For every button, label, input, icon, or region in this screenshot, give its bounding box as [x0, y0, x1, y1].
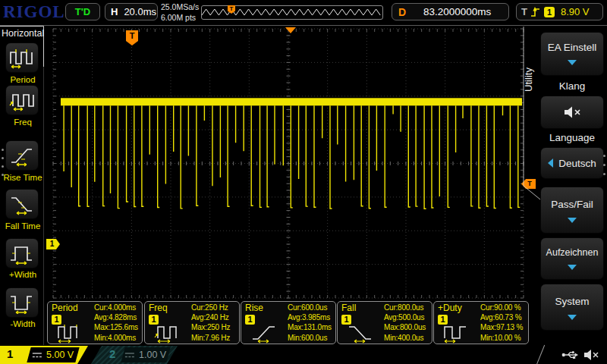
left-menu-title: Horizontal	[2, 28, 44, 39]
horizontal-label: H	[111, 6, 118, 17]
menu-item-rise-time[interactable]	[5, 140, 39, 171]
trigger-status-text: T'D	[75, 6, 90, 17]
menu-item-minus-width-label: -Width	[0, 319, 46, 328]
plus-width-icon	[8, 242, 36, 265]
menu-item-plus-width-label: +Width	[0, 270, 46, 279]
right-menu-scroll-dot	[603, 155, 605, 157]
stat-cur: 800.0us	[398, 303, 423, 312]
minus-width-icon	[8, 291, 36, 314]
horizontal-center-marker	[285, 27, 296, 33]
graticule-grid	[53, 29, 524, 298]
klang-label: Klang	[540, 80, 604, 92]
stat-min: 4.000ms	[108, 334, 136, 342]
measurement-panel-fall: Fall 1 Cur:800.0us Avg:500.0us Max:800.0…	[337, 301, 432, 344]
menu-item-minus-width[interactable]	[5, 287, 39, 318]
menu-item-ea-einstell[interactable]: EA Einstell	[540, 32, 604, 76]
measurement-name: Period	[52, 303, 78, 313]
measurement-name: +Duty	[438, 303, 462, 313]
acquisition-info: 25.0MSa/s 6.00M pts	[161, 2, 199, 23]
waveform-preview-bar[interactable]: T	[201, 5, 383, 20]
measurement-stats: Cur:90.00 % Avg:60.73 % Max:97.13 % Min:…	[480, 303, 523, 343]
menu-item-plus-width[interactable]	[5, 238, 39, 268]
rising-edge-icon	[530, 5, 540, 18]
sample-rate: 25.0MSa/s	[161, 2, 199, 12]
stat-cur: 600.0us	[301, 303, 327, 312]
trigger-box[interactable]: T 1 8.90 V	[516, 3, 603, 20]
delay-value: 83.2000000ms	[423, 6, 491, 17]
stat-min: 600.0us	[301, 334, 327, 342]
stat-cur: 90.00 %	[494, 303, 521, 312]
rise-time-icon	[8, 144, 36, 167]
menu-item-pass-fail[interactable]: Pass/Fail	[540, 187, 604, 234]
menu-item-language[interactable]: Deutsch	[540, 147, 604, 179]
trigger-status-badge: T'D	[65, 3, 100, 20]
stat-avg: 60.73 %	[495, 313, 521, 322]
menu-item-rise-time-label: Rise Time	[0, 173, 46, 182]
measurement-stats: Cur:4.000ms Avg:4.828ms Max:125.6ms Min:…	[94, 303, 138, 343]
delay-box[interactable]: D 83.2000000ms	[392, 3, 509, 20]
left-menu-scroll-dot	[2, 174, 4, 176]
chevron-left-icon	[548, 158, 553, 168]
menu-item-freq[interactable]	[5, 85, 39, 115]
stat-cur: 4.000ms	[108, 303, 136, 312]
stat-max: 800.0us	[400, 323, 426, 331]
stat-min: 10.00 %	[494, 334, 521, 342]
measurement-panel-plus-duty: +Duty 1 Cur:90.00 % Avg:60.73 % Max:97.1…	[433, 301, 529, 344]
ea-einstell-label: EA Einstell	[541, 42, 603, 53]
measurement-panel-rise: Rise 1 Cur:600.0us Avg:3.985ms Max:131.0…	[241, 301, 336, 344]
channel-status-bar: 1 5.00 V 2 1.00 V	[0, 346, 607, 364]
stat-avg: 240 Hz	[206, 313, 229, 322]
measurement-name: Freq	[149, 303, 168, 313]
graticule-and-waveform	[47, 25, 530, 301]
plus-duty-icon	[442, 322, 476, 344]
right-menu-scroll-dot	[603, 164, 605, 166]
left-menu-scroll-dot	[2, 165, 4, 168]
usb-icon	[561, 350, 580, 360]
speaker-muted-icon	[562, 105, 582, 120]
dc-coupling-icon	[32, 352, 42, 359]
aufzeichnen-label: Aufzeichnen	[541, 247, 603, 258]
measurement-stats: Cur:250 Hz Avg:240 Hz Max:250 Hz Min:7.9…	[191, 303, 230, 343]
menu-item-fall-time[interactable]	[5, 189, 39, 219]
menu-item-period-label: Period	[0, 75, 46, 84]
stat-max: 97.13 %	[496, 323, 523, 331]
right-menu-scroll-dot	[603, 173, 605, 175]
menu-item-klang[interactable]	[540, 96, 604, 129]
period-icon	[55, 322, 90, 344]
measurement-stats: Cur:600.0us Avg:3.985ms Max:131.0ms Min:…	[288, 303, 332, 343]
horizontal-timebase-box[interactable]: H 20.0ms	[105, 3, 158, 20]
stat-cur: 250 Hz	[205, 303, 228, 312]
chevron-down-icon	[568, 218, 577, 223]
rise-time-icon	[249, 322, 284, 344]
measurement-panel-freq: Freq 1 Cur:250 Hz Avg:240 Hz Max:250 Hz …	[144, 301, 240, 344]
freq-icon	[8, 89, 36, 111]
measurement-name: Rise	[245, 303, 263, 313]
channel1-scale: 5.00 V	[46, 350, 74, 360]
stat-avg: 500.0us	[398, 313, 424, 322]
channel1-waveform	[61, 98, 522, 209]
utility-tab-label: Utility	[523, 46, 535, 114]
left-menu-scroll-dot	[2, 149, 4, 151]
menu-item-system[interactable]: System	[540, 284, 604, 331]
delay-label: D	[398, 6, 406, 18]
period-icon	[8, 46, 36, 69]
menu-item-period[interactable]	[5, 42, 39, 73]
menu-item-aufzeichnen[interactable]: Aufzeichnen	[540, 237, 604, 280]
dc-coupling-icon	[124, 352, 135, 359]
memory-depth: 6.00M pts	[161, 12, 199, 23]
language-value: Deutsch	[558, 158, 596, 169]
oscilloscope-screen: RIGOL T'D H 20.0ms 25.0MSa/s 6.00M pts T…	[0, 0, 607, 364]
trigger-label: T	[521, 6, 527, 17]
channel2-number: 2	[109, 347, 115, 360]
freq-icon	[153, 322, 187, 344]
stat-min: 400.0us	[398, 334, 423, 342]
channel2-scale: 1.00 V	[139, 350, 166, 360]
chevron-down-icon	[568, 60, 577, 65]
system-label: System	[541, 296, 603, 307]
trigger-level-value: 8.90 V	[561, 6, 590, 17]
measurement-name: Fall	[341, 303, 356, 313]
fall-time-icon	[345, 322, 380, 344]
channel1-number: 1	[7, 347, 13, 360]
trigger-source-badge: 1	[544, 7, 555, 17]
channel2-scale-box: 1.00 V	[121, 347, 170, 362]
